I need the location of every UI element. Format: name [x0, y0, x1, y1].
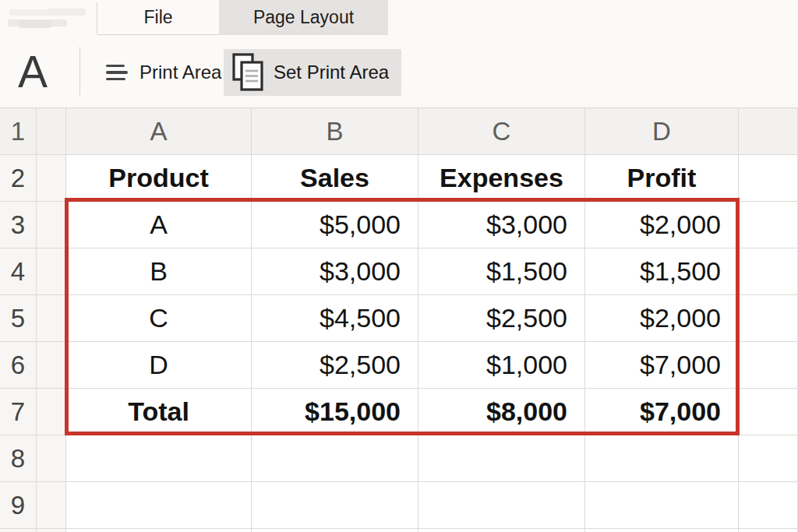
row-header-7[interactable]: 7: [0, 389, 37, 435]
column-header-b[interactable]: B: [252, 108, 418, 155]
row-header-9[interactable]: 9: [0, 482, 37, 529]
cell-a9[interactable]: [66, 482, 252, 529]
cell-d5[interactable]: $2,000: [585, 295, 739, 342]
tab-file[interactable]: File: [97, 0, 219, 35]
cell-gutter-4[interactable]: [37, 248, 66, 295]
cell-gutter-10: [37, 529, 66, 532]
cell-a5[interactable]: C: [66, 295, 252, 342]
row-header-5[interactable]: 5: [0, 295, 37, 342]
cell-e9[interactable]: [739, 482, 798, 529]
cell-a6[interactable]: D: [66, 342, 252, 389]
cell-gutter-7[interactable]: [37, 389, 66, 435]
cell-a7[interactable]: Total: [66, 389, 252, 435]
spreadsheet-app: File Page Layout A Print Area Set Print …: [0, 0, 798, 532]
cell-a3[interactable]: A: [66, 202, 252, 248]
cell-b8[interactable]: [252, 435, 418, 482]
big-a-button[interactable]: A: [14, 47, 51, 97]
cell-b5[interactable]: $4,500: [252, 295, 418, 342]
cell-gutter-9[interactable]: [37, 482, 66, 529]
cell-d7[interactable]: $7,000: [585, 389, 739, 435]
cell-gutter-1[interactable]: [37, 108, 66, 155]
column-header-d[interactable]: D: [585, 108, 739, 155]
cell-gutter-5[interactable]: [37, 295, 66, 342]
set-print-area-label: Set Print Area: [274, 62, 389, 83]
cell-e3[interactable]: [739, 202, 798, 248]
print-area-lines-icon: [106, 65, 128, 81]
cell-a10: [66, 529, 252, 532]
pages-icon: [231, 53, 266, 92]
cell-b6[interactable]: $2,500: [252, 342, 418, 389]
print-area-label: Print Area: [139, 62, 221, 83]
cell-d8[interactable]: [585, 435, 739, 482]
cell-c8[interactable]: [418, 435, 585, 482]
cell-c3[interactable]: $3,000: [418, 202, 585, 248]
cell-c7[interactable]: $8,000: [418, 389, 585, 435]
toolbar-divider: [79, 47, 80, 95]
cell-gutter-8[interactable]: [37, 435, 66, 482]
cell-b10: [252, 529, 418, 532]
cell-e7[interactable]: [739, 389, 798, 435]
column-header-e[interactable]: [739, 108, 798, 155]
cell-gutter-2[interactable]: [37, 155, 66, 202]
cell-e4[interactable]: [739, 248, 798, 295]
cell-e6[interactable]: [739, 342, 798, 389]
cell-d10: [585, 529, 739, 532]
cell-d6[interactable]: $7,000: [585, 342, 739, 389]
cell-e5[interactable]: [739, 295, 798, 342]
cell-c9[interactable]: [418, 482, 585, 529]
column-header-c[interactable]: C: [418, 108, 585, 155]
row-header-1[interactable]: 1: [0, 108, 37, 155]
window-title-ghost: [19, 20, 51, 28]
cell-e8[interactable]: [739, 435, 798, 482]
cell-b7[interactable]: $15,000: [252, 389, 418, 435]
cell-e10: [739, 529, 798, 532]
print-area-menu[interactable]: Print Area: [106, 49, 221, 96]
cell-d9[interactable]: [585, 482, 739, 529]
cell-a8[interactable]: [66, 435, 252, 482]
window-title-ghost: [48, 9, 86, 16]
row-header-10-partial: [0, 529, 37, 532]
cell-b2[interactable]: Sales: [252, 155, 418, 202]
cell-gutter-3[interactable]: [37, 202, 66, 248]
cell-c6[interactable]: $1,000: [418, 342, 585, 389]
row-header-8[interactable]: 8: [0, 435, 37, 482]
cell-a4[interactable]: B: [66, 248, 252, 295]
cell-e2[interactable]: [739, 155, 798, 202]
tab-page-layout[interactable]: Page Layout: [219, 0, 388, 35]
cell-c2[interactable]: Expenses: [418, 155, 585, 202]
cell-c4[interactable]: $1,500: [418, 248, 585, 295]
cell-gutter-6[interactable]: [37, 342, 66, 389]
cell-c5[interactable]: $2,500: [418, 295, 585, 342]
cell-a2[interactable]: Product: [66, 155, 252, 202]
row-header-4[interactable]: 4: [0, 248, 37, 295]
set-print-area-button[interactable]: Set Print Area: [224, 49, 401, 96]
row-header-3[interactable]: 3: [0, 202, 37, 248]
cell-d3[interactable]: $2,000: [585, 202, 739, 248]
spreadsheet-grid: 1 A B C D 2 Product Sales Expenses Profi…: [0, 107, 798, 532]
column-header-a[interactable]: A: [66, 108, 252, 155]
cell-b3[interactable]: $5,000: [252, 202, 418, 248]
row-header-6[interactable]: 6: [0, 342, 37, 389]
cell-d2[interactable]: Profit: [585, 155, 739, 202]
cell-d4[interactable]: $1,500: [585, 248, 739, 295]
cell-b4[interactable]: $3,000: [252, 248, 418, 295]
cell-c10: [418, 529, 585, 532]
cell-b9[interactable]: [252, 482, 418, 529]
row-header-2[interactable]: 2: [0, 155, 37, 202]
